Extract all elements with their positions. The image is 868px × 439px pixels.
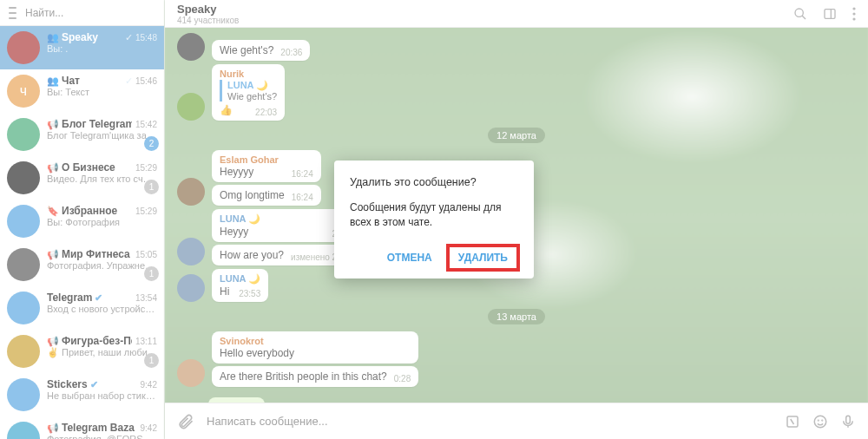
- modal-subtext: Сообщения будут удалены для всех в этом …: [350, 200, 518, 230]
- delete-button[interactable]: УДАЛИТЬ: [448, 246, 518, 270]
- delete-modal: Удалить это сообщение? Сообщения будут у…: [334, 161, 534, 278]
- modal-overlay[interactable]: Удалить это сообщение? Сообщения будут у…: [0, 0, 868, 439]
- cancel-button[interactable]: ОТМЕНА: [377, 246, 443, 270]
- modal-question: Удалить это сообщение?: [350, 176, 518, 188]
